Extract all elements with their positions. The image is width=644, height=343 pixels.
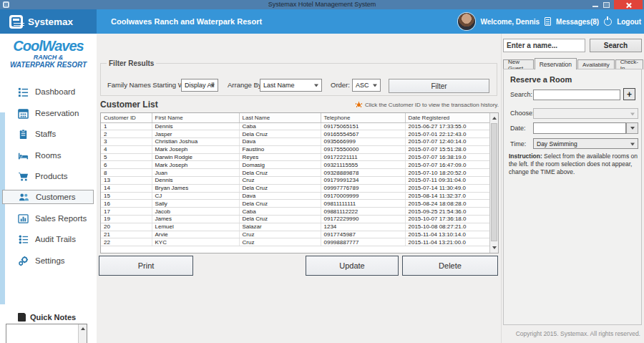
table-cell[interactable]: 2015-08-14 11:32:37.0 [405, 192, 489, 200]
time-select[interactable]: Day Swimming [533, 138, 638, 149]
table-cell[interactable]: 1 [101, 122, 152, 130]
table-cell[interactable]: KYC [152, 238, 239, 246]
table-cell[interactable]: Mark Joseph [152, 161, 239, 169]
table-cell[interactable]: 5 [101, 153, 152, 161]
table-cell[interactable]: Darwin Rodgie [152, 153, 239, 161]
table-cell[interactable]: 09170009999 [321, 192, 405, 200]
table-cell[interactable]: Lemuel [152, 223, 239, 231]
table-cell[interactable]: 2015-11-04 13:10:14.0 [405, 231, 489, 238]
column-header[interactable]: Customer ID [101, 113, 152, 122]
table-cell[interactable]: 09998887777 [321, 238, 405, 246]
table-row[interactable]: 8JuanDela Cruz093288898782015-07-10 18:2… [101, 169, 489, 177]
table-cell[interactable]: 2015-10-08 08:27:21.0 [405, 223, 489, 231]
column-header[interactable]: Date Registered [405, 113, 489, 122]
sidebar-item-dashboard[interactable]: Dashboard [0, 84, 97, 99]
table-cell[interactable]: 6 [101, 161, 152, 169]
sidebar-item-customers[interactable]: Customers [2, 190, 94, 204]
sidebar-item-audit-trails[interactable]: Audit Trails [0, 232, 97, 246]
table-cell[interactable]: Reyes [239, 153, 321, 161]
search-button[interactable]: Search [590, 39, 642, 52]
sidebar-item-settings[interactable]: Settings [0, 253, 97, 268]
table-cell[interactable]: 17 [101, 208, 152, 216]
delete-button[interactable]: Delete [402, 256, 498, 276]
table-cell[interactable]: James [152, 216, 239, 223]
table-cell[interactable]: 13 [101, 177, 152, 185]
column-header[interactable]: Last Name [239, 113, 321, 122]
table-cell[interactable]: 2015-08-24 18:08:28.0 [405, 200, 489, 208]
table-cell[interactable]: Dela Cruz [239, 169, 321, 177]
table-cell[interactable]: Dela Cruz [239, 216, 321, 223]
table-cell[interactable]: Cruz [239, 238, 321, 246]
scroll-up-icon[interactable] [490, 114, 498, 122]
table-cell[interactable]: 09172221111 [321, 153, 405, 161]
table-cell[interactable]: 09811111111 [321, 200, 405, 208]
table-cell[interactable]: Dela Cruz [239, 130, 321, 138]
table-cell[interactable]: 09881112222 [321, 208, 405, 216]
table-cell[interactable]: Bryan James [152, 184, 239, 192]
table-row[interactable]: 1DennisCaba091750651512015-06-27 17:33:5… [101, 122, 489, 130]
sidebar-item-reservation[interactable]: Reservation [0, 106, 97, 120]
tab-availability[interactable]: Availability [577, 59, 615, 69]
sidebar-item-rooms[interactable]: Rooms [0, 148, 97, 163]
table-cell[interactable]: 09172229990 [321, 216, 405, 223]
table-row[interactable]: 21ArvieCruz09177459872015-11-04 13:10:14… [101, 231, 489, 238]
table-cell[interactable]: 21 [101, 231, 152, 238]
sidebar-item-staffs[interactable]: Staffs [0, 127, 97, 141]
room-search-input[interactable] [533, 90, 620, 100]
table-cell[interactable]: 09997776789 [321, 184, 405, 192]
table-cell[interactable]: Dava [239, 192, 321, 200]
table-cell[interactable]: 2015-07-01 22:12:43.0 [405, 130, 489, 138]
table-cell[interactable]: Jacob [152, 208, 239, 216]
minimize-button[interactable] [591, 2, 600, 8]
table-row[interactable]: 3Christian JoshuaDava09356669992015-07-0… [101, 138, 489, 146]
table-cell[interactable]: 0917745987 [321, 231, 405, 238]
table-row[interactable]: 16SallyDela Cruz098111111112015-08-24 18… [101, 200, 489, 208]
table-cell[interactable]: Caba [239, 122, 321, 130]
table-row[interactable]: 15CJDava091700099992015-08-14 11:32:37.0 [101, 192, 489, 200]
quick-notes-scrollbar[interactable] [78, 324, 87, 343]
quick-notes-input[interactable] [6, 324, 78, 343]
table-row[interactable]: 4Mark JosephFaustino091755500002015-07-0… [101, 145, 489, 153]
table-cell[interactable]: 09328889878 [321, 169, 405, 177]
table-cell[interactable]: 22 [101, 238, 152, 246]
table-cell[interactable]: Faustino [239, 145, 321, 153]
table-cell[interactable]: 2015-06-27 17:33:55.0 [405, 122, 489, 130]
table-cell[interactable]: Cruz [239, 177, 321, 185]
table-cell[interactable]: Salazar [239, 223, 321, 231]
table-cell[interactable]: 2015-07-11 09:31:04.0 [405, 177, 489, 185]
maximize-button[interactable] [602, 1, 610, 8]
table-cell[interactable]: 8 [101, 169, 152, 177]
table-cell[interactable]: Caba [239, 208, 321, 216]
table-cell[interactable]: 14 [101, 184, 152, 192]
table-cell[interactable]: 09321115555 [321, 161, 405, 169]
order-select[interactable]: ASC [352, 79, 381, 92]
messages-link[interactable]: Messages(8) [556, 18, 599, 26]
update-button[interactable]: Update [306, 256, 399, 276]
table-cell[interactable]: Domasig [239, 161, 321, 169]
table-cell[interactable]: Arvie [152, 231, 239, 238]
sidebar-item-products[interactable]: Products [0, 169, 97, 183]
table-cell[interactable]: 2015-07-07 12:40:14.0 [405, 138, 489, 146]
table-cell[interactable]: Dela Cruz [239, 184, 321, 192]
table-cell[interactable]: Christian Joshua [152, 138, 239, 146]
table-cell[interactable]: 2015-07-07 16:38:19.0 [405, 153, 489, 161]
table-cell[interactable]: 20 [101, 223, 152, 231]
scroll-down-icon[interactable] [490, 243, 498, 252]
table-cell[interactable]: 2015-09-25 21:54:36.0 [405, 208, 489, 216]
table-cell[interactable]: 2015-10-07 17:36:18.0 [405, 216, 489, 223]
table-cell[interactable]: Dennis [152, 122, 239, 130]
table-cell[interactable]: 4 [101, 145, 152, 153]
table-cell[interactable]: 0935666999 [321, 138, 405, 146]
table-cell[interactable]: 2015-07-07 16:47:09.0 [405, 161, 489, 169]
table-cell[interactable]: 2015-07-10 18:20:52.0 [405, 169, 489, 177]
tab-reservation[interactable]: Reservation [535, 58, 577, 69]
tab-new-guest[interactable]: New Guest [503, 59, 534, 69]
table-row[interactable]: 6Mark JosephDomasig093211155552015-07-07… [101, 161, 489, 169]
logout-link[interactable]: Logout [617, 18, 641, 26]
table-cell[interactable]: Dela Cruz [239, 200, 321, 208]
table-row[interactable]: 13DennisCruz091799912342015-07-11 09:31:… [101, 177, 489, 185]
table-cell[interactable]: 2015-07-07 15:51:28.0 [405, 145, 489, 153]
table-cell[interactable]: Cruz [239, 231, 321, 238]
arrange-by-select[interactable]: Last Name [260, 79, 322, 92]
table-row[interactable]: 19JamesDela Cruz091722299902015-10-07 17… [101, 216, 489, 223]
